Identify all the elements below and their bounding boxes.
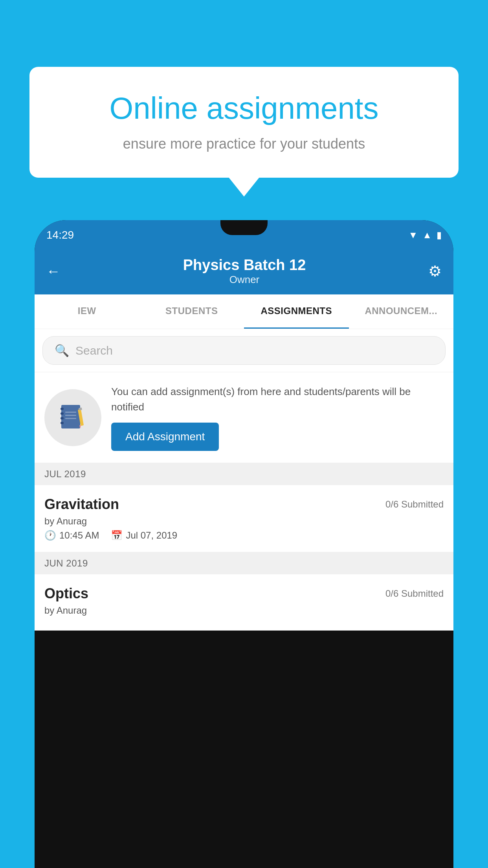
search-icon: 🔍 [55,344,69,357]
assignment-by-optics: by Anurag [44,605,444,616]
tab-iew[interactable]: IEW [35,294,139,329]
signal-icon: ▲ [422,230,432,241]
speech-bubble: Online assignments ensure more practice … [29,67,459,178]
status-time: 14:29 [46,229,74,241]
assignment-name-optics: Optics [44,585,88,602]
phone-screen: 🔍 Search [35,329,453,631]
tabs-bar: IEW STUDENTS ASSIGNMENTS ANNOUNCEM... [35,294,453,329]
svg-rect-4 [61,422,64,424]
phone-frame: 14:29 ▼ ▲ ▮ ← Physics Batch 12 Owner ⚙ I… [35,220,453,868]
assignment-item-optics[interactable]: Optics 0/6 Submitted by Anurag [35,574,453,631]
app-header: ← Physics Batch 12 Owner ⚙ [35,250,453,294]
batch-role: Owner [183,274,306,286]
svg-rect-1 [61,408,64,410]
clock-icon: 🕐 [44,530,56,541]
search-bar-container: 🔍 Search [35,329,453,372]
back-button[interactable]: ← [46,263,61,280]
section-header-jul: JUL 2019 [35,463,453,485]
add-assignment-promo: You can add assignment(s) from here and … [35,372,453,463]
tab-assignments[interactable]: ASSIGNMENTS [244,294,349,329]
svg-rect-6 [65,415,76,416]
batch-title: Physics Batch 12 [183,257,306,274]
speech-bubble-container: Online assignments ensure more practice … [29,67,459,178]
section-header-jun: JUN 2019 [35,552,453,574]
assignment-item-gravitation[interactable]: Gravitation 0/6 Submitted by Anurag 🕐 10… [35,485,453,552]
assignment-submitted-gravitation: 0/6 Submitted [385,499,444,510]
svg-rect-7 [65,418,76,419]
tab-announcements[interactable]: ANNOUNCEM... [349,294,454,329]
notebook-icon [57,402,89,433]
assignment-by-gravitation: by Anurag [44,516,444,527]
assignment-name-gravitation: Gravitation [44,496,119,513]
battery-icon: ▮ [437,230,442,241]
settings-icon[interactable]: ⚙ [428,263,442,280]
assignment-time-item: 🕐 10:45 AM [44,530,99,541]
notch [220,220,268,235]
svg-rect-5 [65,412,76,413]
svg-rect-3 [61,417,64,419]
tab-students[interactable]: STUDENTS [139,294,244,329]
svg-rect-2 [61,412,64,415]
assignment-date: Jul 07, 2019 [126,530,177,541]
assignment-meta-gravitation: 🕐 10:45 AM 📅 Jul 07, 2019 [44,530,444,541]
speech-bubble-title: Online assignments [57,90,431,126]
assignment-date-item: 📅 Jul 07, 2019 [111,530,177,541]
promo-text-area: You can add assignment(s) from here and … [111,384,444,451]
speech-bubble-subtitle: ensure more practice for your students [57,136,431,152]
header-center: Physics Batch 12 Owner [183,257,306,286]
assignment-row-top-optics: Optics 0/6 Submitted [44,585,444,602]
promo-description: You can add assignment(s) from here and … [111,384,444,415]
calendar-icon: 📅 [111,530,123,541]
search-bar[interactable]: 🔍 Search [42,336,446,365]
status-icons: ▼ ▲ ▮ [408,230,442,241]
assignment-row-top: Gravitation 0/6 Submitted [44,496,444,513]
svg-rect-0 [61,405,80,428]
assignment-time: 10:45 AM [59,530,99,541]
search-placeholder-text: Search [75,344,113,357]
status-bar: 14:29 ▼ ▲ ▮ [35,220,453,250]
notebook-icon-circle [44,389,101,446]
add-assignment-button[interactable]: Add Assignment [111,423,219,451]
wifi-icon: ▼ [408,230,418,241]
assignment-submitted-optics: 0/6 Submitted [385,588,444,599]
